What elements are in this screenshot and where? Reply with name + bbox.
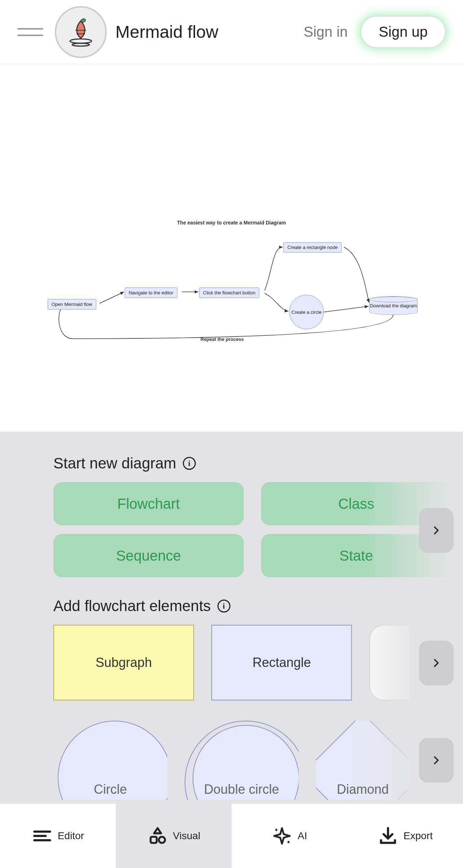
svg-point-1 — [72, 43, 89, 46]
start-diagram-title: Start new diagram i — [53, 455, 410, 472]
tab-label: Export — [404, 830, 433, 842]
logo[interactable]: Mermaid flow — [55, 6, 218, 58]
tab-ai[interactable]: AI — [232, 804, 347, 868]
diagram-canvas[interactable]: The easiest way to create a Mermaid Diag… — [0, 64, 463, 432]
menu-icon[interactable] — [17, 23, 43, 41]
svg-rect-8 — [150, 837, 156, 843]
svg-point-0 — [70, 39, 92, 43]
flowchart-preview: Open Mermaid flow Navigate to the editor… — [35, 227, 431, 328]
shape-label: Rectangle — [252, 655, 311, 670]
signup-button[interactable]: Sign up — [361, 16, 446, 48]
shapes2-scroll-right-button[interactable] — [419, 738, 454, 783]
tab-visual[interactable]: Visual — [116, 804, 232, 868]
node-click[interactable]: Click the flowchart button — [199, 288, 259, 298]
start-diagram-label: Start new diagram — [53, 455, 176, 472]
brand-title: Mermaid flow — [115, 22, 218, 42]
tab-label: Visual — [173, 830, 200, 842]
shape-next-peek[interactable] — [369, 625, 410, 700]
editor-icon — [32, 825, 53, 846]
shapes1-scroll-right-button[interactable] — [419, 641, 454, 685]
signin-button[interactable]: Sign in — [304, 24, 348, 40]
type-flowchart-button[interactable]: Flowchart — [53, 482, 244, 525]
node-download[interactable]: Download the diagram — [369, 296, 418, 315]
diagram-title: The easiest way to create a Mermaid Diag… — [177, 220, 286, 226]
header: Mermaid flow Sign in Sign up — [0, 0, 463, 64]
shape-label: Subgraph — [96, 655, 152, 670]
chevron-right-icon — [431, 658, 441, 668]
diagram-type-list: Flowchart Class Sequence State — [53, 482, 410, 577]
tab-editor[interactable]: Editor — [0, 804, 116, 868]
shapes-row-2: Circle Double circle Diamond — [53, 721, 410, 800]
node-navigate[interactable]: Navigate to the editor — [125, 288, 177, 298]
node-rect[interactable]: Create a rectangle node — [283, 242, 341, 253]
edge-label-repeat: Repeat the process — [200, 337, 244, 342]
shape-label: Circle — [94, 782, 127, 797]
types-scroll-right-button[interactable] — [419, 508, 454, 553]
chevron-right-icon — [431, 755, 441, 765]
tab-label: Editor — [58, 830, 84, 842]
shape-rectangle-button[interactable]: Rectangle — [211, 625, 352, 700]
node-circle[interactable]: Create a circle — [289, 295, 324, 329]
control-panel: Start new diagram i Flowchart Class Sequ… — [0, 432, 463, 814]
svg-point-9 — [159, 837, 165, 843]
shape-double-circle-button[interactable]: Double circle — [185, 721, 299, 800]
logo-icon — [55, 6, 107, 58]
sparkle-icon — [272, 825, 292, 846]
download-icon — [378, 825, 398, 846]
shape-subgraph-button[interactable]: Subgraph — [53, 625, 194, 700]
shape-circle-button[interactable]: Circle — [53, 721, 167, 800]
elements-title: Add flowchart elements i — [53, 597, 410, 615]
svg-line-4 — [324, 306, 369, 312]
tab-export[interactable]: Export — [347, 804, 463, 868]
node-open[interactable]: Open Mermaid flow — [48, 299, 96, 310]
type-sequence-button[interactable]: Sequence — [53, 534, 244, 577]
svg-line-2 — [100, 292, 124, 303]
bottom-tabs: Editor Visual AI Export — [0, 804, 463, 868]
info-icon[interactable]: i — [183, 457, 196, 470]
shape-label: Double circle — [204, 782, 279, 797]
shape-label: Diamond — [337, 782, 389, 797]
shape-diamond-button[interactable]: Diamond — [316, 721, 410, 800]
elements-label: Add flowchart elements — [53, 597, 211, 615]
info-icon[interactable]: i — [217, 600, 230, 613]
tab-label: AI — [297, 830, 307, 842]
shapes-row-1: Subgraph Rectangle — [53, 625, 410, 700]
shapes-icon — [147, 825, 168, 846]
chevron-right-icon — [431, 525, 441, 535]
